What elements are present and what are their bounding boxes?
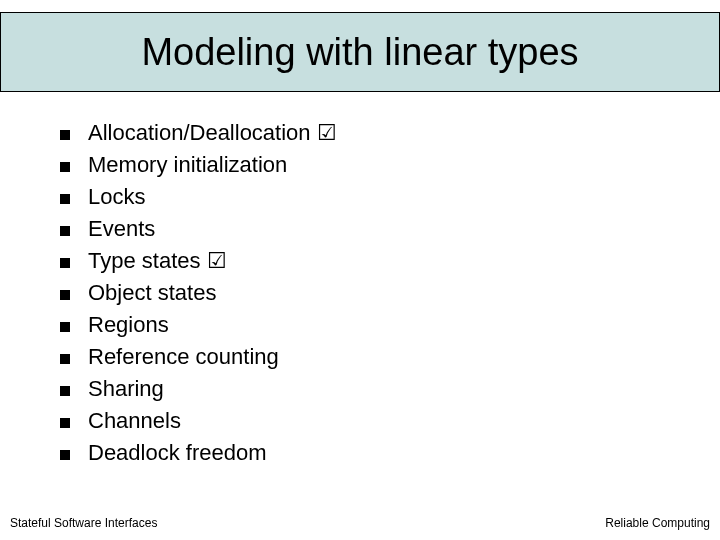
body-content: Allocation/Deallocation ☑ Memory initial… <box>60 120 680 472</box>
bullet-icon <box>60 162 70 172</box>
bullet-icon <box>60 354 70 364</box>
bullet-icon <box>60 258 70 268</box>
bullet-icon <box>60 322 70 332</box>
item-label: Regions <box>88 312 169 338</box>
bullet-icon <box>60 418 70 428</box>
bullet-icon <box>60 290 70 300</box>
item-label: Type states <box>88 248 201 274</box>
item-label: Deadlock freedom <box>88 440 267 466</box>
footer-left: Stateful Software Interfaces <box>10 516 157 530</box>
item-label: Sharing <box>88 376 164 402</box>
slide-title: Modeling with linear types <box>141 31 578 74</box>
list-item: Channels ☑ <box>60 408 680 434</box>
bullet-icon <box>60 226 70 236</box>
list-item: Object states ☑ <box>60 280 680 306</box>
list-item: Allocation/Deallocation ☑ <box>60 120 680 146</box>
item-label: Reference counting <box>88 344 279 370</box>
bullet-icon <box>60 130 70 140</box>
item-label: Events <box>88 216 155 242</box>
bullet-icon <box>60 386 70 396</box>
check-icon: ☑ <box>207 248 227 274</box>
list-item: Reference counting ☑ <box>60 344 680 370</box>
list-item: Memory initialization ☑ <box>60 152 680 178</box>
check-icon: ☑ <box>317 120 337 146</box>
footer: Stateful Software Interfaces Reliable Co… <box>0 516 720 530</box>
list-item: Locks ☑ <box>60 184 680 210</box>
list-item: Type states ☑ <box>60 248 680 274</box>
item-label: Object states <box>88 280 216 306</box>
bullet-icon <box>60 450 70 460</box>
list-item: Deadlock freedom ☑ <box>60 440 680 466</box>
bullet-icon <box>60 194 70 204</box>
slide: Modeling with linear types Allocation/De… <box>0 0 720 540</box>
item-label: Allocation/Deallocation <box>88 120 311 146</box>
title-band: Modeling with linear types <box>0 12 720 92</box>
list-item: Regions ☑ <box>60 312 680 338</box>
item-label: Channels <box>88 408 181 434</box>
footer-right: Reliable Computing <box>605 516 710 530</box>
item-label: Locks <box>88 184 145 210</box>
item-label: Memory initialization <box>88 152 287 178</box>
list-item: Sharing ☑ <box>60 376 680 402</box>
list-item: Events ☑ <box>60 216 680 242</box>
